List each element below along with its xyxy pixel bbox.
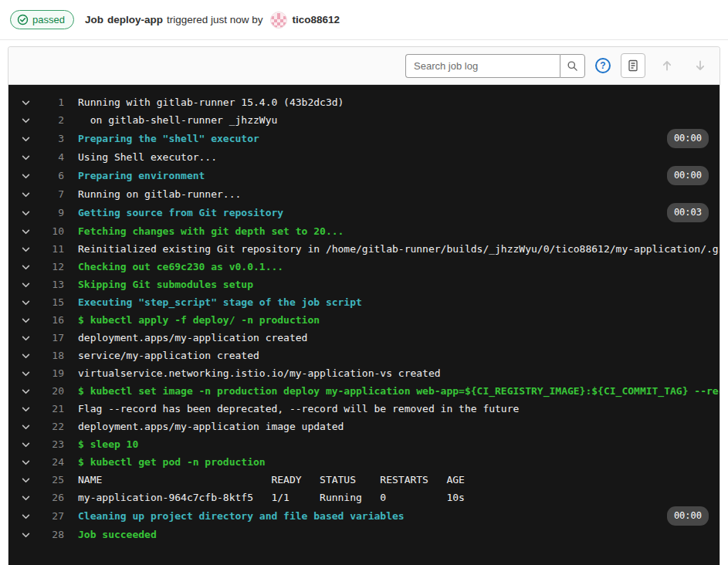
- log-section-header[interactable]: 15 Executing "step_script" stage of the …: [8, 293, 720, 311]
- log-line-text: Checking out ce69c230 as v0.0.1...: [78, 258, 283, 276]
- log-line-text: Job succeeded: [78, 526, 157, 543]
- log-line-gutter: 15: [8, 293, 64, 311]
- duration-badge: 00:03: [667, 203, 709, 222]
- search-icon: [567, 60, 578, 72]
- log-line: 19 virtualservice.networking.istio.io/my…: [8, 364, 720, 382]
- log-line: 10 Fetching changes with git depth set t…: [8, 222, 720, 240]
- log-line: 17 deployment.apps/my-application create…: [8, 329, 720, 347]
- search-group: [405, 54, 585, 78]
- chevron-down-icon[interactable]: [21, 315, 31, 325]
- log-line: 16 $ kubectl apply -f deploy/ -n product…: [8, 311, 720, 329]
- chevron-down-icon[interactable]: [21, 171, 31, 181]
- log-line-text: Preparing environment: [78, 167, 205, 184]
- chevron-down-icon[interactable]: [21, 97, 31, 107]
- line-number-link[interactable]: 27: [52, 510, 64, 522]
- log-section-header[interactable]: 9 Getting source from Git repository 00:…: [8, 203, 720, 222]
- log-line: 24 $ kubectl get pod -n production: [8, 453, 720, 471]
- line-number-link[interactable]: 3: [58, 133, 64, 144]
- log-line: 21 Flag --record has been deprecated, --…: [8, 400, 720, 418]
- log-line-text: $ kubectl get pod -n production: [78, 453, 266, 471]
- log-line-text: Fetching changes with git depth set to 2…: [78, 222, 344, 240]
- job-log: 1 Running with gitlab-runner 15.4.0 (43b…: [8, 85, 720, 565]
- line-number-link[interactable]: 24: [52, 456, 64, 468]
- line-number-link[interactable]: 19: [52, 367, 64, 379]
- log-line-gutter: 2: [8, 111, 64, 129]
- log-line-text: Getting source from Git repository: [78, 204, 283, 222]
- chevron-down-icon[interactable]: [21, 404, 31, 414]
- log-line-gutter: 28: [8, 526, 64, 543]
- log-line-gutter: 9: [8, 204, 64, 222]
- log-line: 28 Job succeeded: [8, 526, 720, 543]
- log-line-text: virtualservice.networking.istio.io/my-ap…: [78, 364, 441, 382]
- scroll-to-top-button[interactable]: [655, 53, 679, 78]
- line-number-link[interactable]: 18: [52, 350, 64, 361]
- chevron-down-icon[interactable]: [21, 439, 31, 449]
- line-number-link[interactable]: 7: [58, 188, 64, 200]
- line-number-link[interactable]: 16: [52, 314, 64, 326]
- line-number-link[interactable]: 12: [52, 261, 64, 272]
- chevron-down-icon[interactable]: [21, 350, 31, 360]
- chevron-down-icon[interactable]: [21, 189, 31, 199]
- log-line-gutter: 17: [8, 329, 64, 347]
- arrow-down-icon: [694, 59, 706, 72]
- log-section-header[interactable]: 3 Preparing the "shell" executor 00:00: [8, 129, 720, 148]
- log-section-header[interactable]: 6 Preparing environment 00:00: [8, 166, 720, 185]
- chevron-down-icon[interactable]: [21, 244, 31, 254]
- job-info: Job deploy-app triggered just now by tic…: [85, 12, 340, 29]
- log-line-gutter: 25: [8, 471, 64, 489]
- log-line: 22 deployment.apps/my-application image …: [8, 418, 720, 435]
- chevron-down-icon[interactable]: [21, 208, 31, 218]
- chevron-down-icon[interactable]: [21, 511, 31, 521]
- line-number-link[interactable]: 26: [52, 492, 64, 503]
- line-number-link[interactable]: 15: [52, 296, 64, 308]
- duration-badge: 00:00: [667, 166, 709, 185]
- chevron-down-icon[interactable]: [21, 115, 31, 125]
- chevron-down-icon[interactable]: [21, 279, 31, 289]
- search-input[interactable]: [405, 54, 560, 78]
- status-badge[interactable]: passed: [10, 10, 74, 29]
- line-number-link[interactable]: 2: [58, 114, 64, 126]
- line-number-link[interactable]: 25: [52, 474, 64, 485]
- log-line-text: on gitlab-shell-runner _jhzzWyu: [78, 111, 277, 129]
- chevron-down-icon[interactable]: [21, 368, 31, 378]
- show-raw-log-button[interactable]: [621, 53, 645, 78]
- line-number-link[interactable]: 9: [58, 207, 64, 218]
- log-line-gutter: 22: [8, 418, 64, 435]
- chevron-down-icon[interactable]: [21, 421, 31, 431]
- scroll-to-bottom-button[interactable]: [689, 53, 712, 78]
- line-number-link[interactable]: 4: [58, 151, 64, 163]
- chevron-down-icon[interactable]: [21, 529, 31, 540]
- identicon-image: [271, 12, 286, 29]
- line-number-link[interactable]: 28: [52, 529, 64, 540]
- log-line: 26 my-application-964c7cfb-8ktf5 1/1 Run…: [8, 489, 720, 506]
- line-number-link[interactable]: 23: [52, 438, 64, 450]
- line-number-link[interactable]: 1: [58, 96, 64, 108]
- chevron-down-icon[interactable]: [21, 262, 31, 272]
- log-line-gutter: 13: [8, 276, 64, 293]
- chevron-down-icon[interactable]: [21, 492, 31, 502]
- log-line-text: Cleaning up project directory and file b…: [78, 507, 405, 525]
- log-section-header[interactable]: 27 Cleaning up project directory and fil…: [8, 506, 720, 526]
- line-number-link[interactable]: 6: [58, 170, 64, 181]
- help-icon[interactable]: ?: [595, 58, 611, 73]
- chevron-down-icon[interactable]: [21, 134, 31, 144]
- log-line-text: NAME READY STATUS RESTARTS AGE: [78, 471, 465, 489]
- line-number-link[interactable]: 21: [52, 403, 64, 414]
- search-button[interactable]: [560, 54, 585, 78]
- chevron-down-icon[interactable]: [21, 226, 31, 236]
- chevron-down-icon[interactable]: [21, 457, 31, 467]
- chevron-down-icon[interactable]: [21, 333, 31, 343]
- line-number-link[interactable]: 11: [52, 243, 64, 255]
- avatar[interactable]: [270, 12, 287, 29]
- line-number-link[interactable]: 22: [52, 421, 64, 432]
- line-number-link[interactable]: 17: [52, 332, 64, 343]
- chevron-down-icon[interactable]: [21, 152, 31, 162]
- chevron-down-icon[interactable]: [21, 475, 31, 485]
- line-number-link[interactable]: 10: [52, 225, 64, 237]
- chevron-down-icon[interactable]: [21, 297, 31, 307]
- log-line: 18 service/my-application created: [8, 347, 720, 364]
- line-number-link[interactable]: 20: [52, 385, 64, 397]
- username[interactable]: tico88612: [293, 14, 340, 25]
- chevron-down-icon[interactable]: [21, 386, 31, 396]
- line-number-link[interactable]: 13: [52, 279, 64, 290]
